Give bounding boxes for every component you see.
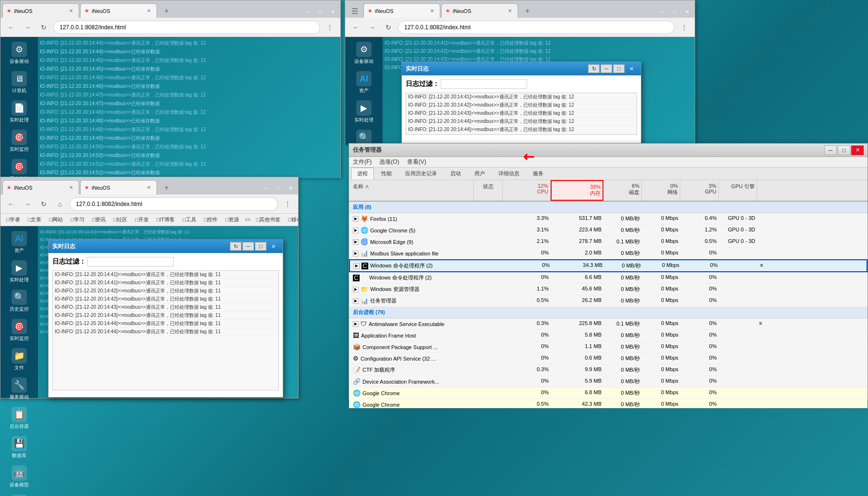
sidebar-item-view[interactable]: 👁 视图 bbox=[2, 492, 36, 496]
expand-antimalware[interactable]: ▶ bbox=[353, 321, 359, 327]
sidebar-item-device-driver[interactable]: ⚙ 设备驱动 bbox=[2, 39, 36, 68]
tab-services[interactable]: 服务 bbox=[527, 168, 550, 180]
sidebar-right-device[interactable]: ⚙ 设备驱动 bbox=[347, 39, 381, 68]
bookmark-other[interactable]: □其他书签 bbox=[254, 215, 283, 224]
bookmark-resources[interactable]: □资源 bbox=[223, 215, 241, 224]
expand-cmd[interactable]: ▶ bbox=[354, 263, 360, 269]
col-header-disk[interactable]: 6%磁盘 bbox=[603, 180, 642, 201]
col-header-network[interactable]: 0%网络 bbox=[642, 180, 680, 201]
log-minimize-right[interactable]: ─ bbox=[601, 64, 612, 73]
tab-right-2[interactable]: ★ iNeuOS ✕ bbox=[441, 3, 518, 18]
forward-button-1[interactable]: → bbox=[21, 21, 34, 34]
close-button-right[interactable]: ✕ bbox=[681, 7, 693, 16]
close-button-2[interactable]: ✕ bbox=[285, 184, 296, 193]
new-tab-button-right[interactable]: + bbox=[521, 4, 534, 18]
tm-minimize-button[interactable]: ─ bbox=[824, 145, 837, 155]
col-header-memory[interactable]: 33%内存 bbox=[551, 180, 603, 201]
tab-startup[interactable]: 启动 bbox=[444, 168, 467, 180]
expand-modbus[interactable]: ▶ bbox=[353, 251, 359, 256]
log-close-button-bottom[interactable]: ✕ bbox=[267, 242, 279, 251]
sidebar-item-folder[interactable]: 📁 文件 bbox=[2, 345, 36, 374]
tm-menu-options[interactable]: 选项(O) bbox=[379, 158, 399, 166]
log-refresh-right[interactable]: ↻ bbox=[588, 64, 600, 73]
sidebar-right-ai[interactable]: AI 资产 bbox=[347, 68, 381, 97]
tab-ineuos-3[interactable]: ★ iNeuOS ✕ bbox=[2, 180, 79, 194]
maximize-button-2[interactable]: □ bbox=[272, 184, 284, 193]
sidebar-item-service[interactable]: 🔧 服务驱动 bbox=[2, 375, 36, 403]
sidebar-item-model[interactable]: 🤖 设备模型 bbox=[2, 462, 36, 491]
home-button-2[interactable]: ⌂ bbox=[53, 197, 67, 211]
back-button-2[interactable]: ← bbox=[4, 197, 18, 211]
tab-performance[interactable]: 性能 bbox=[375, 168, 398, 180]
minimize-button-2[interactable]: ─ bbox=[260, 184, 271, 193]
tab-close-4[interactable]: ✕ bbox=[145, 184, 153, 192]
col-header-cpu[interactable]: 12%CPU bbox=[503, 180, 551, 201]
tab-ineuos-1[interactable]: ★ iNeuOS ✕ bbox=[2, 3, 79, 18]
address-bar-right[interactable] bbox=[398, 21, 675, 34]
bookmark-scholar[interactable]: □学者 bbox=[4, 215, 22, 224]
col-header-status[interactable]: 状态 bbox=[474, 180, 503, 201]
sidebar-item-computer[interactable]: 🖥 计算机 bbox=[2, 68, 36, 97]
refresh-button-2[interactable]: ↻ bbox=[37, 197, 50, 211]
tab-close-3[interactable]: ✕ bbox=[67, 184, 75, 192]
bookmark-article[interactable]: □文章 bbox=[26, 215, 44, 224]
expand-firefox[interactable]: ▶ bbox=[353, 216, 359, 222]
col-header-gpu-engine[interactable]: GPU 引擎 bbox=[719, 180, 757, 201]
expand-edge[interactable]: ▶ bbox=[353, 239, 359, 245]
bookmarks-more[interactable]: >> bbox=[245, 217, 251, 222]
tab-users[interactable]: 用户 bbox=[468, 168, 491, 180]
bookmark-dev[interactable]: □开发 bbox=[133, 215, 151, 224]
forward-button-2[interactable]: → bbox=[21, 197, 34, 211]
col-header-gpu[interactable]: 3%GPU bbox=[680, 180, 719, 201]
tab-right-1[interactable]: ★ iNeuOS ✕ bbox=[363, 3, 440, 18]
log-minimize-button-bottom[interactable]: ─ bbox=[242, 242, 254, 251]
log-refresh-button-bottom[interactable]: ↻ bbox=[230, 242, 241, 251]
expand-chrome[interactable]: ▶ bbox=[353, 228, 359, 233]
log-maximize-right[interactable]: □ bbox=[613, 64, 625, 73]
bookmark-blog[interactable]: □IT博客 bbox=[155, 215, 177, 224]
log-filter-input-right[interactable] bbox=[441, 79, 527, 89]
sidebar-item-realtime[interactable]: 📄 实时处理 bbox=[2, 97, 36, 126]
more-button-1[interactable]: ⋮ bbox=[323, 21, 337, 34]
tab-ineuos-4[interactable]: ★ iNeuOS ✕ bbox=[80, 180, 157, 194]
forward-button-right[interactable]: → bbox=[365, 21, 379, 34]
nav-more-2[interactable]: ⋮ bbox=[281, 197, 294, 211]
tm-menu-file[interactable]: 文件(F) bbox=[353, 158, 372, 166]
tab-close-2[interactable]: ✕ bbox=[145, 7, 153, 15]
bookmark-controls[interactable]: □控件 bbox=[202, 215, 220, 224]
maximize-button-1[interactable]: □ bbox=[314, 7, 326, 16]
tab-right-close-1[interactable]: ✕ bbox=[428, 7, 436, 15]
tab-ineuos-2[interactable]: ★ iNeuOS ✕ bbox=[80, 3, 157, 18]
maximize-button-right[interactable]: □ bbox=[669, 7, 680, 16]
tab-app-history[interactable]: 应用历史记录 bbox=[399, 168, 443, 180]
bookmark-community[interactable]: □社区 bbox=[111, 215, 129, 224]
sidebar-item-realtime2[interactable]: ▶ 实时处理 bbox=[2, 257, 36, 286]
expand-taskmanager[interactable]: ▶ bbox=[353, 298, 359, 304]
back-button-right[interactable]: ← bbox=[349, 21, 362, 34]
sidebar-item-target[interactable]: 🎯 实时监控 bbox=[2, 316, 36, 345]
tab-right-close-2[interactable]: ✕ bbox=[506, 7, 514, 15]
sidebar-item-ai[interactable]: AI 资产 bbox=[2, 228, 36, 257]
sidebar-toggle-icon[interactable]: ☰ bbox=[347, 4, 362, 18]
bookmark-study[interactable]: □学习 bbox=[69, 215, 86, 224]
refresh-button-right[interactable]: ↻ bbox=[382, 21, 395, 34]
expand-explorer[interactable]: ▶ bbox=[353, 287, 359, 292]
sidebar-item-monitor[interactable]: 🎯 实时监控 bbox=[2, 127, 36, 156]
address-bar-2[interactable] bbox=[70, 197, 278, 211]
sidebar-item-back[interactable]: 📋 后台容器 bbox=[2, 404, 36, 433]
tab-close-1[interactable]: ✕ bbox=[67, 7, 75, 15]
log-close-right[interactable]: ✕ bbox=[626, 64, 637, 73]
new-tab-button-1[interactable]: + bbox=[160, 4, 173, 18]
new-tab-button-2[interactable]: + bbox=[160, 181, 173, 194]
tm-menu-view[interactable]: 查看(V) bbox=[407, 158, 426, 166]
more-button-right[interactable]: ⋮ bbox=[677, 21, 691, 34]
tm-maximize-button[interactable]: □ bbox=[838, 145, 850, 155]
tab-details[interactable]: 详细信息 bbox=[492, 168, 526, 180]
tab-process[interactable]: 进程 bbox=[351, 168, 374, 180]
bookmark-mobile[interactable]: □移动设备上的书签 bbox=[286, 215, 298, 224]
log-filter-input-bottom[interactable] bbox=[87, 257, 174, 266]
sidebar-right-realtime[interactable]: ▶ 实时处理 bbox=[347, 97, 381, 126]
refresh-button-1[interactable]: ↻ bbox=[37, 21, 50, 34]
tm-close-button[interactable]: ✕ bbox=[851, 145, 864, 155]
bookmark-tools[interactable]: □工具 bbox=[181, 215, 198, 224]
